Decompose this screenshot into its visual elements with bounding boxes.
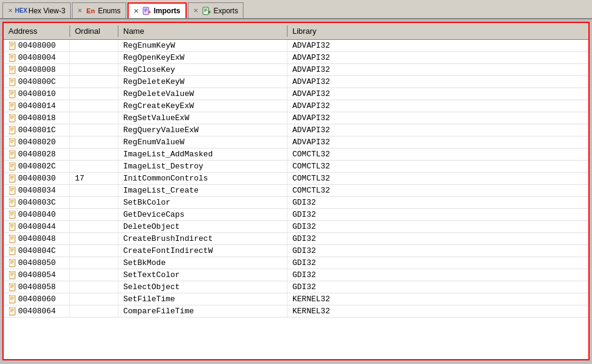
tab-close-exports[interactable]: ✕ [193, 7, 198, 14]
table-row[interactable]: 00408018 RegSetValueExW ADVAPI32 [4, 112, 588, 124]
cell-name: RegQueryValueExW [118, 124, 288, 136]
table-row[interactable]: 00408028 ImageList_AddMasked COMCTL32 [4, 148, 588, 161]
cell-library: ADVAPI32 [288, 100, 588, 112]
cell-address: 00408014 [4, 100, 70, 112]
cell-ordinal [70, 293, 118, 305]
bookmark-icon [8, 295, 17, 304]
table-row[interactable]: 00408048 CreateBrushIndirect GDI32 [4, 233, 588, 245]
table-row[interactable]: 00408060 SetFileTime KERNEL32 [4, 293, 588, 305]
address-value: 0040804C [18, 246, 56, 255]
table-row[interactable]: 00408004 RegOpenKeyExW ADVAPI32 [4, 52, 588, 64]
svg-rect-56 [9, 187, 15, 194]
cell-ordinal [70, 269, 118, 281]
svg-rect-92 [9, 295, 15, 303]
cell-name: RegCreateKeyExW [118, 100, 288, 112]
bookmark-icon [8, 187, 17, 195]
table-row[interactable]: 00408058 SelectObject GDI32 [4, 281, 588, 293]
table-row[interactable]: 00408040 GetDeviceCaps GDI32 [4, 209, 588, 221]
cell-library: GDI32 [288, 269, 588, 281]
svg-rect-8 [9, 42, 15, 49]
table-row[interactable]: 00408000 RegEnumKeyW ADVAPI32 [4, 40, 588, 52]
cell-name: CompareFileTime [118, 305, 288, 317]
tab-exports[interactable]: ✕ Exports [188, 2, 244, 18]
table-row[interactable]: 00408008 RegCloseKey ADVAPI32 [4, 64, 588, 76]
table-row[interactable]: 0040804C CreateFontIndirectW GDI32 [4, 245, 588, 257]
cell-library: GDI32 [288, 245, 588, 257]
svg-rect-20 [9, 78, 15, 86]
table-row[interactable]: 00408054 SetTextColor GDI32 [4, 269, 588, 281]
table-row[interactable]: 0040803C SetBkColor GDI32 [4, 197, 588, 209]
svg-rect-52 [9, 174, 15, 182]
table-row[interactable]: 0040802C ImageList_Destroy COMCTL32 [4, 161, 588, 173]
svg-rect-44 [9, 150, 15, 158]
table-row[interactable]: 0040801C RegQueryValueExW ADVAPI32 [4, 124, 588, 136]
cell-ordinal [70, 305, 118, 317]
table-row[interactable]: 00408030 17 InitCommonControls COMCTL32 [4, 173, 588, 185]
address-value: 00408064 [18, 307, 56, 316]
cell-name: SelectObject [118, 281, 288, 293]
tab-enums[interactable]: ✕ En Enums [72, 2, 126, 18]
tab-imports[interactable]: ✕ Imports [127, 2, 187, 18]
bookmark-icon [8, 174, 17, 183]
address-value: 00408004 [18, 53, 56, 62]
cell-name: GetDeviceCaps [118, 209, 288, 220]
bookmark-icon [8, 223, 17, 231]
bookmark-icon [8, 307, 17, 316]
address-value: 00408058 [18, 283, 56, 292]
tab-close-enums[interactable]: ✕ [77, 7, 82, 14]
svg-rect-96 [9, 307, 15, 315]
cell-ordinal [70, 233, 118, 244]
table-row[interactable]: 00408064 CompareFileTime KERNEL32 [4, 305, 588, 318]
cell-address: 00408064 [4, 305, 70, 317]
bookmark-icon [8, 126, 17, 135]
address-value: 00408060 [18, 295, 56, 304]
col-header-ordinal: Ordinal [70, 25, 118, 37]
cell-library: ADVAPI32 [288, 136, 588, 148]
cell-name: InitCommonControls [118, 173, 288, 184]
tab-label-exports: Exports [214, 7, 239, 15]
tab-close-imports[interactable]: ✕ [134, 8, 138, 14]
address-value: 00408000 [18, 41, 56, 50]
cell-library: ADVAPI32 [288, 52, 588, 63]
cell-ordinal [70, 257, 118, 269]
table-row[interactable]: 0040800C RegDeleteKeyW ADVAPI32 [4, 76, 588, 88]
bookmark-icon [8, 271, 17, 279]
table-row[interactable]: 00408014 RegCreateKeyExW ADVAPI32 [4, 100, 588, 112]
cell-library: COMCTL32 [288, 161, 588, 172]
cell-library: KERNEL32 [288, 305, 588, 317]
table-row[interactable]: 00408050 SetBkMode GDI32 [4, 257, 588, 269]
svg-rect-48 [9, 162, 15, 170]
address-value: 00408030 [18, 174, 56, 183]
tab-hexview3[interactable]: ✕ HEX Hex View-3 [2, 2, 71, 18]
cell-address: 00408044 [4, 221, 70, 232]
cell-name: RegDeleteKeyW [118, 76, 288, 88]
cell-address: 0040801C [4, 124, 70, 136]
cell-library: GDI32 [288, 281, 588, 293]
cell-name: SetBkMode [118, 257, 288, 269]
tab-label-enums: Enums [98, 7, 120, 15]
tab-close-hexview3[interactable]: ✕ [8, 7, 13, 14]
cell-name: RegOpenKeyExW [118, 52, 288, 63]
col-header-address: Address [4, 25, 70, 37]
cell-ordinal [70, 161, 118, 172]
bookmark-icon [8, 211, 17, 219]
address-value: 00408054 [18, 270, 56, 279]
table-row[interactable]: 00408044 DeleteObject GDI32 [4, 221, 588, 233]
table-body[interactable]: 00408000 RegEnumKeyW ADVAPI32 00408004 R… [4, 40, 588, 359]
cell-name: CreateFontIndirectW [118, 245, 288, 257]
svg-rect-76 [9, 247, 15, 255]
table-row[interactable]: 00408034 ImageList_Create COMCTL32 [4, 185, 588, 197]
cell-address: 00408000 [4, 40, 70, 51]
cell-ordinal [70, 281, 118, 293]
cell-ordinal [70, 100, 118, 112]
cell-address: 00408054 [4, 269, 70, 281]
cell-ordinal: 17 [70, 173, 118, 184]
cell-ordinal [70, 112, 118, 124]
table-row[interactable]: 00408010 RegDeleteValueW ADVAPI32 [4, 88, 588, 100]
svg-rect-32 [9, 114, 15, 122]
cell-library: KERNEL32 [288, 293, 588, 305]
address-value: 00408008 [18, 65, 56, 74]
table-row[interactable]: 00408020 RegEnumValueW ADVAPI32 [4, 136, 588, 148]
cell-name: RegEnumValueW [118, 136, 288, 148]
cell-address: 00408010 [4, 88, 70, 100]
